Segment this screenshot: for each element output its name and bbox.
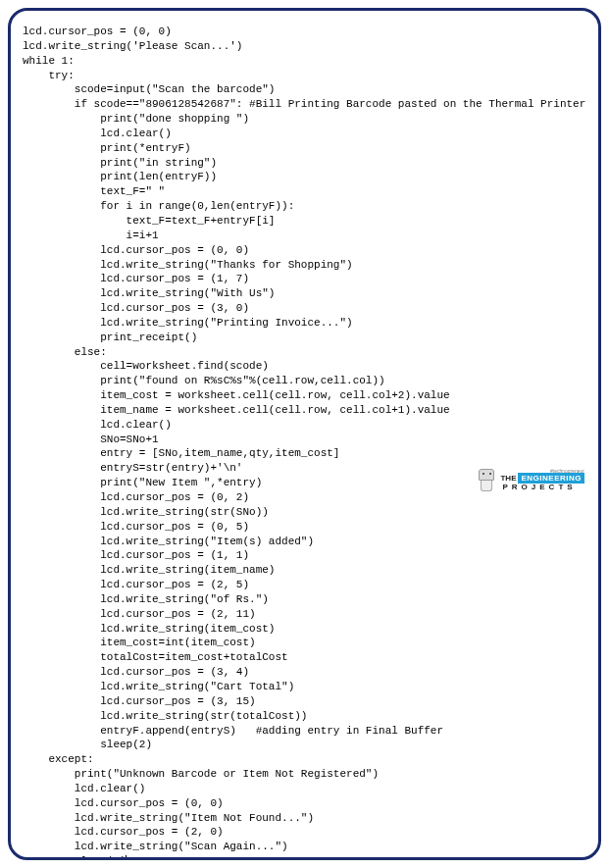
- text-cursor: [126, 855, 127, 860]
- code-block: lcd.cursor_pos = (0, 0) lcd.write_string…: [23, 25, 586, 860]
- watermark-text: #technopreneur THEENGINEERING PROJECTS: [500, 469, 584, 491]
- watermark-engineering: ENGINEERING: [518, 473, 584, 484]
- robot-icon: [477, 464, 496, 495]
- watermark-projects: PROJECTS: [500, 484, 584, 491]
- code-frame: lcd.cursor_pos = (0, 0) lcd.write_string…: [8, 8, 601, 860]
- watermark-the: THE: [500, 474, 518, 483]
- watermark-badge: #technopreneur THEENGINEERING PROJECTS: [477, 462, 584, 497]
